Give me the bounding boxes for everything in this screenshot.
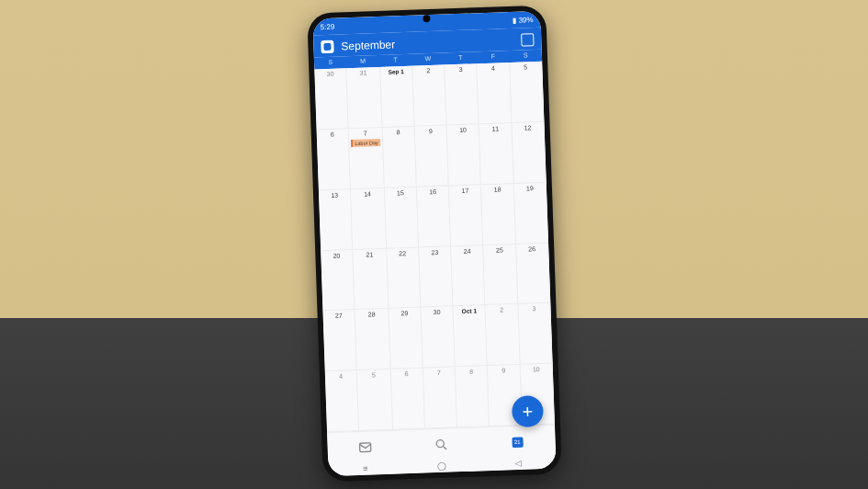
day-cell[interactable]: 26 — [515, 243, 550, 304]
day-cell[interactable]: 8 — [455, 366, 490, 427]
month-title[interactable]: September — [341, 34, 513, 53]
day-number: 6 — [318, 131, 346, 139]
day-cell[interactable]: 6 — [316, 129, 351, 190]
day-cell[interactable]: 13 — [318, 189, 353, 251]
day-cell[interactable]: 30 — [421, 307, 456, 369]
day-number: 24 — [453, 247, 481, 256]
day-cell[interactable]: 29 — [389, 308, 423, 370]
day-cell[interactable]: 4 — [324, 370, 359, 432]
day-number: 14 — [353, 190, 382, 199]
day-cell[interactable]: 21 — [353, 248, 389, 310]
day-number: 28 — [356, 311, 386, 319]
day-number: 9 — [490, 367, 518, 375]
day-cell[interactable]: 7 — [423, 367, 457, 428]
day-number: 8 — [384, 129, 412, 137]
day-cell[interactable]: Sep 1 — [379, 66, 414, 128]
day-cell[interactable]: 2 — [485, 304, 520, 366]
day-cell[interactable]: 9 — [414, 125, 449, 187]
day-number: 7 — [424, 370, 453, 378]
day-number: 4 — [479, 64, 507, 73]
status-time: 5:29 — [320, 22, 334, 31]
weekday-label: F — [476, 52, 509, 60]
day-number: 10 — [522, 366, 550, 374]
day-number: 15 — [386, 188, 414, 197]
day-number: 2 — [487, 306, 515, 314]
day-number: 3 — [520, 305, 548, 313]
day-number: 18 — [483, 186, 512, 194]
day-cell[interactable]: 22 — [386, 247, 421, 309]
day-cell[interactable]: 18 — [481, 184, 516, 245]
calendar-grid: 3031Sep 1234567Labor Day8910111213141516… — [314, 62, 555, 432]
weekday-label: T — [378, 56, 411, 63]
day-cell[interactable]: 3 — [518, 303, 553, 365]
day-number: 30 — [316, 70, 344, 78]
day-cell[interactable]: 14 — [351, 188, 387, 250]
day-number: 9 — [416, 127, 445, 135]
phone-frame: 5:29 ▮ 39% September S M T W T F S 3031S… — [307, 6, 562, 483]
mail-tab[interactable] — [357, 439, 373, 455]
day-cell[interactable]: 12 — [512, 122, 547, 184]
day-cell[interactable]: 15 — [384, 187, 419, 248]
calendar-tab[interactable]: 21 — [509, 434, 524, 449]
day-cell[interactable]: 5 — [509, 62, 544, 123]
day-number: 29 — [390, 310, 419, 318]
day-cell[interactable]: 28 — [355, 309, 390, 370]
day-number: 13 — [320, 191, 348, 199]
day-cell[interactable]: 23 — [419, 246, 454, 308]
signal-icon: ▮ — [512, 16, 515, 24]
day-number: 16 — [418, 188, 446, 196]
day-cell[interactable]: 10 — [446, 124, 481, 186]
day-number: 31 — [348, 69, 378, 77]
today-icon[interactable] — [521, 33, 534, 46]
day-number: 3 — [446, 65, 475, 74]
day-number: 20 — [322, 252, 351, 260]
day-cell[interactable]: 2 — [412, 64, 447, 126]
event-chip[interactable]: Labor Day — [351, 139, 380, 147]
day-cell[interactable]: 3 — [445, 63, 479, 125]
battery-text: 39% — [518, 16, 533, 25]
day-number: 27 — [324, 312, 353, 320]
day-number: 5 — [511, 63, 539, 72]
day-number: Sep 1 — [381, 68, 410, 76]
day-number: 21 — [355, 250, 384, 258]
day-cell[interactable]: 6 — [390, 369, 425, 430]
day-cell[interactable]: 16 — [416, 186, 451, 247]
home-button[interactable]: ◯ — [436, 461, 445, 471]
day-number: 8 — [457, 368, 485, 376]
search-tab[interactable] — [434, 437, 449, 452]
day-number: 6 — [392, 370, 421, 379]
day-cell[interactable]: 24 — [451, 245, 486, 307]
recent-apps-button[interactable]: ≡ — [362, 464, 367, 473]
day-cell[interactable]: 4 — [477, 63, 512, 124]
day-cell[interactable]: 27 — [322, 310, 357, 371]
screen: 5:29 ▮ 39% September S M T W T F S 3031S… — [312, 11, 556, 476]
day-number: 25 — [485, 246, 513, 255]
plus-icon: + — [522, 401, 533, 422]
day-cell[interactable]: 31 — [346, 67, 382, 129]
day-number: Oct 1 — [455, 308, 483, 316]
day-cell[interactable]: 5 — [357, 370, 393, 431]
weekday-label: W — [411, 55, 445, 63]
day-cell[interactable]: 8 — [382, 127, 417, 188]
svg-point-1 — [436, 439, 444, 447]
day-number: 12 — [513, 124, 542, 132]
day-cell[interactable]: Oct 1 — [453, 305, 488, 367]
day-cell[interactable]: 7Labor Day — [348, 128, 384, 189]
day-number: 5 — [359, 371, 389, 380]
day-number: 26 — [517, 244, 546, 253]
day-number: 23 — [421, 248, 449, 256]
day-cell[interactable]: 30 — [314, 68, 349, 130]
camera-hole — [423, 15, 430, 22]
calendar-tab-badge: 21 — [513, 438, 520, 444]
day-cell[interactable]: 11 — [479, 123, 513, 185]
back-button[interactable]: ◁ — [514, 459, 521, 468]
day-number: 22 — [388, 249, 416, 257]
day-number: 7 — [350, 130, 379, 138]
status-right: ▮ 39% — [512, 16, 533, 25]
day-cell[interactable]: 25 — [483, 244, 518, 305]
day-cell[interactable]: 20 — [321, 250, 355, 312]
app-menu-icon[interactable] — [321, 40, 333, 53]
day-cell[interactable]: 17 — [449, 185, 484, 246]
weekday-label: S — [313, 58, 346, 65]
day-cell[interactable]: 19 — [513, 182, 548, 244]
